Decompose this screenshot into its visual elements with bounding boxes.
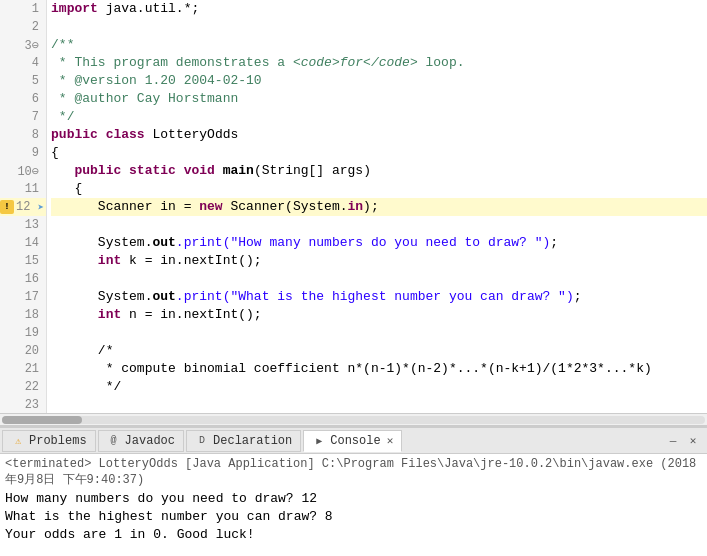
code-line-2 bbox=[51, 18, 707, 36]
bottom-panel: ⚠ Problems @ Javadoc D Declaration ▶ Con… bbox=[0, 426, 707, 556]
code-line-22: */ bbox=[51, 378, 707, 396]
code-line-23 bbox=[51, 396, 707, 413]
tabs-actions: — ✕ bbox=[665, 433, 705, 449]
line-num-15: 15 bbox=[0, 252, 46, 270]
code-container: 1 2 3⊖ 4 5 6 bbox=[0, 0, 707, 413]
editor-scrollbar-thumb[interactable] bbox=[2, 416, 82, 424]
code-line-16 bbox=[51, 270, 707, 288]
line-num-18: 18 bbox=[0, 306, 46, 324]
code-line-14: System.out.print("How many numbers do yo… bbox=[51, 234, 707, 252]
console-header: <terminated> LotteryOdds [Java Applicati… bbox=[5, 457, 702, 488]
code-line-5: * @version 1.20 2004-02-10 bbox=[51, 72, 707, 90]
minimize-button[interactable]: — bbox=[665, 433, 681, 449]
line-numbers: 1 2 3⊖ 4 5 6 bbox=[0, 0, 47, 413]
code-line-20: /* bbox=[51, 342, 707, 360]
code-line-7: */ bbox=[51, 108, 707, 126]
problems-icon: ⚠ bbox=[11, 434, 25, 448]
line-num-8: 8 bbox=[0, 126, 46, 144]
code-line-10: public static void main(String[] args) bbox=[51, 162, 707, 180]
code-line-12: Scanner in = new Scanner(System.in); bbox=[51, 198, 707, 216]
console-line-3: Your odds are 1 in 0. Good luck! bbox=[5, 526, 702, 544]
tab-declaration[interactable]: D Declaration bbox=[186, 430, 301, 452]
code-line-4: * This program demonstrates a <code>for<… bbox=[51, 54, 707, 72]
declaration-icon: D bbox=[195, 434, 209, 448]
code-lines: 1 2 3⊖ 4 5 6 bbox=[0, 0, 707, 413]
line-num-11: 11 bbox=[0, 180, 46, 198]
warning-icon-12: ! bbox=[0, 200, 14, 214]
editor-scrollbar-track bbox=[2, 416, 705, 424]
console-area: <terminated> LotteryOdds [Java Applicati… bbox=[0, 454, 707, 556]
tab-problems[interactable]: ⚠ Problems bbox=[2, 430, 96, 452]
javadoc-icon: @ bbox=[107, 434, 121, 448]
line-num-7: 7 bbox=[0, 108, 46, 126]
line-num-9: 9 bbox=[0, 144, 46, 162]
line-num-12: ! 12 ➤ bbox=[0, 198, 46, 216]
console-output: How many numbers do you need to draw? 12… bbox=[5, 490, 702, 544]
line-num-21: 21 bbox=[0, 360, 46, 378]
code-line-11: { bbox=[51, 180, 707, 198]
code-line-1: import java.util.*; bbox=[51, 0, 707, 18]
code-line-13 bbox=[51, 216, 707, 234]
code-line-21: * compute binomial coefficient n*(n-1)*(… bbox=[51, 360, 707, 378]
line-num-3: 3⊖ bbox=[0, 36, 46, 54]
code-line-6: * @author Cay Horstmann bbox=[51, 90, 707, 108]
code-line-15: int k = in.nextInt(); bbox=[51, 252, 707, 270]
line-num-16: 16 bbox=[0, 270, 46, 288]
console-line-2: What is the highest number you can draw?… bbox=[5, 508, 702, 526]
code-line-18: int n = in.nextInt(); bbox=[51, 306, 707, 324]
code-content: import java.util.*; /** * This program d… bbox=[47, 0, 707, 413]
tabs-bar: ⚠ Problems @ Javadoc D Declaration ▶ Con… bbox=[0, 428, 707, 454]
line-num-4: 4 bbox=[0, 54, 46, 72]
editor-area: 1 2 3⊖ 4 5 6 bbox=[0, 0, 707, 426]
tab-problems-label: Problems bbox=[29, 434, 87, 448]
console-close-icon[interactable]: ✕ bbox=[387, 434, 394, 447]
line-num-14: 14 bbox=[0, 234, 46, 252]
editor-scrollbar[interactable] bbox=[0, 413, 707, 425]
console-line-1: How many numbers do you need to draw? 12 bbox=[5, 490, 702, 508]
tab-javadoc[interactable]: @ Javadoc bbox=[98, 430, 184, 452]
tab-declaration-label: Declaration bbox=[213, 434, 292, 448]
tab-javadoc-label: Javadoc bbox=[125, 434, 175, 448]
line-num-5: 5 bbox=[0, 72, 46, 90]
line-num-10: 10⊖ bbox=[0, 162, 46, 180]
code-line-3: /** bbox=[51, 36, 707, 54]
console-icon: ▶ bbox=[312, 434, 326, 448]
line-num-20: 20 bbox=[0, 342, 46, 360]
line-num-17: 17 bbox=[0, 288, 46, 306]
tab-console[interactable]: ▶ Console ✕ bbox=[303, 430, 402, 452]
line-num-23: 23 bbox=[0, 396, 46, 413]
line-num-19: 19 bbox=[0, 324, 46, 342]
code-line-9: { bbox=[51, 144, 707, 162]
line-num-2: 2 bbox=[0, 18, 46, 36]
code-line-19 bbox=[51, 324, 707, 342]
bookmark-arrow-12: ➤ bbox=[37, 201, 44, 214]
line-num-13: 13 bbox=[0, 216, 46, 234]
code-line-8: public class LotteryOdds bbox=[51, 126, 707, 144]
line-num-6: 6 bbox=[0, 90, 46, 108]
line-num-22: 22 bbox=[0, 378, 46, 396]
code-line-17: System.out.print("What is the highest nu… bbox=[51, 288, 707, 306]
line-num-1: 1 bbox=[0, 0, 46, 18]
tab-console-label: Console bbox=[330, 434, 380, 448]
close-panel-button[interactable]: ✕ bbox=[685, 433, 701, 449]
